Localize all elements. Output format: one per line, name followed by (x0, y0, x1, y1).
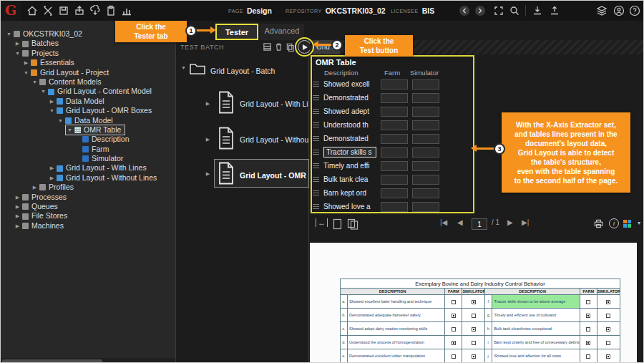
description-cell[interactable]: Showed love a (323, 203, 376, 210)
tree-item-grid-layout-project[interactable]: Grid Layout - Project (1, 68, 176, 77)
home-icon[interactable] (26, 5, 38, 16)
forward-icon[interactable] (474, 5, 486, 16)
search-icon[interactable] (509, 5, 520, 16)
farm-cell[interactable] (381, 188, 408, 198)
layers-icon[interactable] (596, 5, 608, 16)
batch-doc-label[interactable]: Grid Layout - OMR Boxe (240, 171, 307, 180)
batch-doc-label[interactable]: Grid Layout - Without Li (240, 135, 308, 144)
description-cell[interactable]: Showed adept (323, 107, 376, 115)
delete-icon[interactable] (274, 42, 284, 52)
tree-item-queues[interactable]: Queues (1, 202, 176, 211)
tree-item-data-model-2[interactable]: Data Model (1, 116, 176, 125)
farm-cell[interactable] (381, 134, 408, 144)
tab-advanced[interactable]: Advanced (260, 24, 304, 40)
simulator-cell[interactable] (412, 107, 439, 117)
tree-item-grid-layout-without-lines[interactable]: Grid Layout - Without Lines (1, 173, 176, 183)
tree-item-simulator[interactable]: Simulator (1, 154, 176, 163)
user-icon[interactable] (613, 5, 625, 16)
caret-down-icon[interactable] (66, 125, 74, 135)
tree-item-file-stores[interactable]: File Stores (1, 211, 176, 221)
tree-item-projects[interactable]: Projects (1, 49, 176, 58)
tools-icon[interactable] (42, 5, 54, 16)
first-page-icon[interactable] (440, 218, 447, 226)
omr-table-row[interactable]: Barn kept ord (311, 186, 473, 200)
tree-item-machines[interactable]: Machines (1, 221, 176, 231)
print-icon[interactable] (593, 218, 604, 229)
simulator-cell[interactable] (412, 202, 439, 212)
farm-cell[interactable] (381, 175, 408, 185)
clipboard-icon[interactable] (105, 5, 117, 16)
caret-right-icon[interactable] (14, 221, 21, 231)
caret-right-icon[interactable] (48, 173, 56, 183)
tree-item-grid-layout-with-lines[interactable]: Grid Layout - With Lines (1, 163, 176, 173)
tree-item-grid-layout-omr-boxes[interactable]: Grid Layout - OMR Boxes (1, 106, 176, 115)
caret-down-icon[interactable] (57, 116, 64, 125)
simulator-cell[interactable] (412, 147, 439, 158)
caret-down-icon[interactable] (22, 68, 30, 77)
omr-table-row[interactable]: Showed adept (311, 105, 473, 118)
help-icon[interactable] (629, 5, 640, 16)
multi-page-icon[interactable] (347, 218, 359, 230)
copy-icon[interactable] (286, 42, 296, 52)
batch-grid-icon[interactable] (263, 42, 273, 52)
single-page-icon[interactable] (333, 218, 342, 230)
page-number-input[interactable]: 1 (472, 218, 487, 230)
caret-right-icon[interactable] (204, 101, 212, 107)
tree-item-processes[interactable]: Processes (1, 193, 176, 202)
caret-right-icon[interactable] (14, 202, 21, 211)
tree-item-content-models[interactable]: Content Models (1, 77, 176, 87)
omr-table-row-selected[interactable]: Tractor skills s (311, 145, 473, 159)
caret-right-icon[interactable] (204, 137, 212, 142)
farm-cell[interactable] (381, 107, 408, 117)
simulator-cell[interactable] (412, 134, 439, 144)
omr-table-row[interactable]: Showed love a (311, 200, 473, 213)
tree-item-description[interactable]: Description (1, 135, 176, 144)
farm-cell[interactable] (381, 93, 408, 103)
scrollbar-thumb[interactable] (2, 359, 102, 363)
previous-page-icon[interactable] (457, 218, 463, 226)
tab-tester[interactable]: Tester (215, 24, 258, 40)
simulator-cell[interactable] (412, 79, 439, 89)
tree-item-data-model[interactable]: Data Model (1, 97, 176, 106)
export-icon[interactable] (549, 5, 560, 16)
view-mode-icon[interactable] (623, 220, 640, 228)
simulator-cell[interactable] (412, 93, 439, 103)
description-cell[interactable]: Demonstrated (323, 135, 376, 142)
description-cell[interactable]: Bulk tank clea (323, 175, 376, 183)
omr-table-row[interactable]: Demonstrated (311, 91, 473, 105)
description-cell[interactable]: Barn kept ord (323, 189, 376, 197)
omr-table-row[interactable]: Timely and effi (311, 159, 473, 173)
import-icon[interactable] (532, 5, 543, 16)
tree-item-farm[interactable]: Farm (1, 145, 176, 154)
omr-table-row[interactable]: Demonstrated (311, 132, 473, 145)
fit-width-icon[interactable] (316, 218, 328, 227)
tree-item-omr-table[interactable]: OMR Table (1, 125, 176, 135)
expand-icon[interactable] (493, 5, 504, 16)
tree-item-grid-layout-content-model[interactable]: Grid Layout - Content Model (1, 87, 176, 96)
description-cell[interactable]: Timely and effi (323, 162, 376, 170)
farm-cell[interactable] (381, 161, 408, 171)
farm-cell[interactable] (381, 79, 408, 89)
description-cell[interactable]: Showed excell (323, 80, 376, 88)
save-icon[interactable] (58, 5, 69, 16)
farm-cell[interactable] (381, 202, 408, 212)
caret-down-icon[interactable] (5, 29, 13, 39)
caret-down-icon[interactable] (31, 77, 39, 87)
batch-folder-label[interactable]: Grid Layout - Batch (210, 67, 303, 75)
caret-right-icon[interactable] (14, 39, 21, 48)
description-cell[interactable]: Understood th (323, 121, 376, 129)
caret-down-icon[interactable] (48, 106, 56, 115)
farm-cell[interactable] (381, 147, 408, 158)
simulator-cell[interactable] (412, 120, 439, 130)
chart-icon[interactable] (121, 5, 132, 16)
horizontal-scrollbar[interactable] (1, 358, 175, 363)
next-page-icon[interactable] (507, 218, 513, 226)
caret-down-icon[interactable] (180, 65, 187, 70)
export-box-icon[interactable] (74, 5, 85, 16)
simulator-cell[interactable] (412, 188, 439, 198)
description-cell[interactable]: Demonstrated (323, 94, 376, 102)
last-page-icon[interactable] (522, 218, 529, 226)
caret-down-icon[interactable] (39, 87, 47, 96)
caret-down-icon[interactable] (14, 49, 21, 58)
caret-right-icon[interactable] (204, 171, 212, 177)
